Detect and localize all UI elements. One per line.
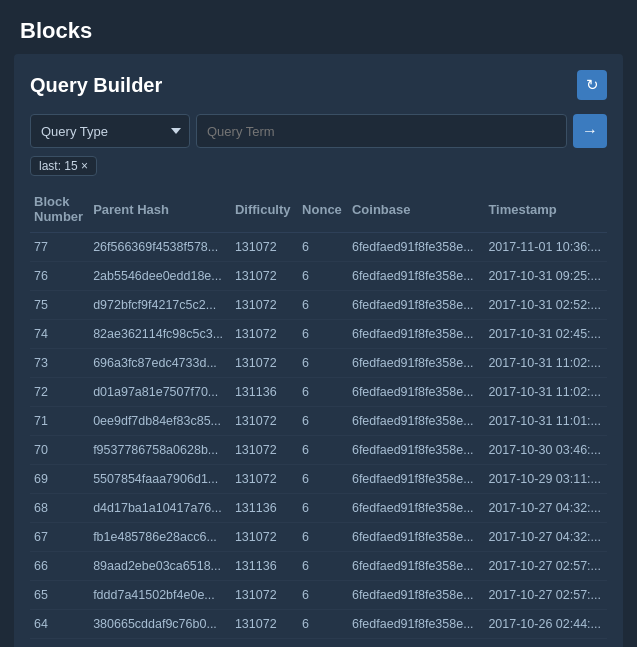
cell-block: 64 xyxy=(30,610,89,639)
col-timestamp: Timestamp xyxy=(484,186,607,233)
cell-block: 73 xyxy=(30,349,89,378)
cell-coinbase: 6fedfaed91f8fe358e... xyxy=(348,552,484,581)
go-button[interactable]: → xyxy=(573,114,607,148)
cell-parent-hash: 1f1049664b73f03d7... xyxy=(89,639,231,648)
cell-coinbase: 6fedfaed91f8fe358e... xyxy=(348,291,484,320)
cell-nonce: 6 xyxy=(298,349,348,378)
blocks-table: Block Number Parent Hash Difficulty Nonc… xyxy=(30,186,607,647)
cell-difficulty: 131072 xyxy=(231,349,298,378)
cell-coinbase: 6fedfaed91f8fe358e... xyxy=(348,233,484,262)
cell-parent-hash: f9537786758a0628b... xyxy=(89,436,231,465)
cell-difficulty: 131072 xyxy=(231,291,298,320)
cell-difficulty: 131072 xyxy=(231,262,298,291)
table-row[interactable]: 76 2ab5546dee0edd18e... 131072 6 6fedfae… xyxy=(30,262,607,291)
cell-nonce: 6 xyxy=(298,581,348,610)
cell-coinbase: 6fedfaed91f8fe358e... xyxy=(348,610,484,639)
cell-difficulty: 131072 xyxy=(231,639,298,648)
table-row[interactable]: 77 26f566369f4538f578... 131072 6 6fedfa… xyxy=(30,233,607,262)
cell-timestamp: 2017-10-31 02:45:... xyxy=(484,320,607,349)
query-term-input[interactable] xyxy=(196,114,567,148)
cell-difficulty: 131072 xyxy=(231,320,298,349)
cell-nonce: 6 xyxy=(298,407,348,436)
cell-parent-hash: 26f566369f4538f578... xyxy=(89,233,231,262)
query-type-select[interactable]: Query Type xyxy=(30,114,190,148)
cell-parent-hash: d4d17ba1a10417a76... xyxy=(89,494,231,523)
filter-tag[interactable]: last: 15 × xyxy=(30,156,97,176)
col-difficulty: Difficulty xyxy=(231,186,298,233)
cell-parent-hash: 0ee9df7db84ef83c85... xyxy=(89,407,231,436)
cell-difficulty: 131072 xyxy=(231,465,298,494)
page-title: Blocks xyxy=(0,0,637,54)
cell-nonce: 6 xyxy=(298,639,348,648)
table-row[interactable]: 65 fddd7a41502bf4e0e... 131072 6 6fedfae… xyxy=(30,581,607,610)
cell-nonce: 6 xyxy=(298,494,348,523)
cell-timestamp: 2017-10-26 02:44:... xyxy=(484,610,607,639)
cell-block: 75 xyxy=(30,291,89,320)
table-row[interactable]: 75 d972bfcf9f4217c5c2... 131072 6 6fedfa… xyxy=(30,291,607,320)
cell-timestamp: 2017-11-01 10:36:... xyxy=(484,233,607,262)
cell-coinbase: 6fedfaed91f8fe358e... xyxy=(348,523,484,552)
table-row[interactable]: 63 1f1049664b73f03d7... 131072 6 6fedfae… xyxy=(30,639,607,648)
col-parent-hash: Parent Hash xyxy=(89,186,231,233)
table-row[interactable]: 68 d4d17ba1a10417a76... 131136 6 6fedfae… xyxy=(30,494,607,523)
cell-block: 77 xyxy=(30,233,89,262)
refresh-button[interactable]: ↻ xyxy=(577,70,607,100)
table-body: 77 26f566369f4538f578... 131072 6 6fedfa… xyxy=(30,233,607,648)
cell-nonce: 6 xyxy=(298,291,348,320)
cell-timestamp: 2017-10-31 11:02:... xyxy=(484,378,607,407)
cell-timestamp: 2017-10-27 02:57:... xyxy=(484,552,607,581)
table-row[interactable]: 71 0ee9df7db84ef83c85... 131072 6 6fedfa… xyxy=(30,407,607,436)
cell-parent-hash: 89aad2ebe03ca6518... xyxy=(89,552,231,581)
query-input-row: Query Type → xyxy=(30,114,607,148)
table-row[interactable]: 74 82ae362114fc98c5c3... 131072 6 6fedfa… xyxy=(30,320,607,349)
table-row[interactable]: 64 380665cddaf9c76b0... 131072 6 6fedfae… xyxy=(30,610,607,639)
cell-difficulty: 131072 xyxy=(231,436,298,465)
cell-block: 68 xyxy=(30,494,89,523)
cell-timestamp: 2017-10-27 02:57:... xyxy=(484,581,607,610)
cell-nonce: 6 xyxy=(298,378,348,407)
cell-parent-hash: 5507854faaa7906d1... xyxy=(89,465,231,494)
cell-block: 70 xyxy=(30,436,89,465)
cell-parent-hash: fddd7a41502bf4e0e... xyxy=(89,581,231,610)
cell-parent-hash: 82ae362114fc98c5c3... xyxy=(89,320,231,349)
cell-parent-hash: 696a3fc87edc4733d... xyxy=(89,349,231,378)
cell-coinbase: 6fedfaed91f8fe358e... xyxy=(348,320,484,349)
cell-difficulty: 131072 xyxy=(231,233,298,262)
tag-row: last: 15 × xyxy=(30,156,607,176)
cell-block: 66 xyxy=(30,552,89,581)
cell-nonce: 6 xyxy=(298,465,348,494)
table-row[interactable]: 70 f9537786758a0628b... 131072 6 6fedfae… xyxy=(30,436,607,465)
cell-coinbase: 6fedfaed91f8fe358e... xyxy=(348,378,484,407)
cell-nonce: 6 xyxy=(298,552,348,581)
cell-block: 63 xyxy=(30,639,89,648)
table-row[interactable]: 66 89aad2ebe03ca6518... 131136 6 6fedfae… xyxy=(30,552,607,581)
table-row[interactable]: 73 696a3fc87edc4733d... 131072 6 6fedfae… xyxy=(30,349,607,378)
table-header-row: Block Number Parent Hash Difficulty Nonc… xyxy=(30,186,607,233)
cell-nonce: 6 xyxy=(298,610,348,639)
cell-timestamp: 2017-10-31 11:02:... xyxy=(484,349,607,378)
cell-block: 71 xyxy=(30,407,89,436)
cell-parent-hash: 2ab5546dee0edd18e... xyxy=(89,262,231,291)
cell-difficulty: 131072 xyxy=(231,523,298,552)
cell-coinbase: 6fedfaed91f8fe358e... xyxy=(348,262,484,291)
cell-parent-hash: 380665cddaf9c76b0... xyxy=(89,610,231,639)
cell-nonce: 6 xyxy=(298,233,348,262)
cell-timestamp: 2017-10-27 04:32:... xyxy=(484,523,607,552)
cell-difficulty: 131136 xyxy=(231,494,298,523)
cell-coinbase: 6fedfaed91f8fe358e... xyxy=(348,407,484,436)
cell-nonce: 6 xyxy=(298,320,348,349)
cell-timestamp: 2017-10-30 03:46:... xyxy=(484,436,607,465)
cell-difficulty: 131136 xyxy=(231,378,298,407)
cell-coinbase: 6fedfaed91f8fe358e... xyxy=(348,639,484,648)
cell-timestamp: 2017-10-31 02:52:... xyxy=(484,291,607,320)
cell-difficulty: 131136 xyxy=(231,552,298,581)
cell-coinbase: 6fedfaed91f8fe358e... xyxy=(348,349,484,378)
table-row[interactable]: 69 5507854faaa7906d1... 131072 6 6fedfae… xyxy=(30,465,607,494)
cell-parent-hash: fb1e485786e28acc6... xyxy=(89,523,231,552)
cell-timestamp: 2017-10-29 03:11:... xyxy=(484,465,607,494)
table-row[interactable]: 72 d01a97a81e7507f70... 131136 6 6fedfae… xyxy=(30,378,607,407)
table-header: Block Number Parent Hash Difficulty Nonc… xyxy=(30,186,607,233)
cell-nonce: 6 xyxy=(298,523,348,552)
table-row[interactable]: 67 fb1e485786e28acc6... 131072 6 6fedfae… xyxy=(30,523,607,552)
cell-coinbase: 6fedfaed91f8fe358e... xyxy=(348,581,484,610)
